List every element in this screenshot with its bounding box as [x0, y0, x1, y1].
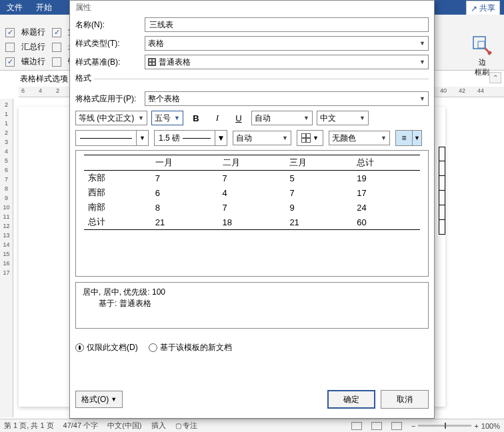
- style-base-label: 样式基准(B):: [75, 57, 145, 68]
- background-table-fragment: [439, 147, 445, 240]
- checkbox-last-col[interactable]: [52, 43, 61, 52]
- format-menu-button[interactable]: 格式(O) ▼: [75, 391, 123, 408]
- chevron-down-icon: ▼: [303, 115, 309, 121]
- checkbox-summary-row[interactable]: [5, 43, 15, 52]
- border-style-preview: [80, 138, 132, 139]
- view-web-icon[interactable]: [391, 422, 402, 430]
- chevron-down-icon: ▼: [359, 115, 365, 121]
- format-menu-label: 格式(O): [81, 394, 109, 405]
- chevron-down-icon: ▼: [111, 396, 117, 403]
- align-center-icon: ≡: [401, 133, 406, 143]
- status-words[interactable]: 47/47 个字: [63, 421, 99, 431]
- desc-line1: 居中, 居中, 优先级: 100: [83, 287, 421, 298]
- status-lang[interactable]: 中文(中国): [107, 421, 141, 431]
- border-weight-value: 1.5 磅: [159, 133, 180, 144]
- chevron-down-icon: ▼: [381, 135, 387, 141]
- view-print-icon[interactable]: [371, 422, 382, 430]
- borders-button[interactable]: ▼: [297, 130, 323, 146]
- shading-value: 无颜色: [332, 133, 356, 144]
- underline-button[interactable]: U: [230, 110, 247, 126]
- style-base-select[interactable]: 普通表格 ▼: [145, 55, 429, 69]
- dialog-section-cut: 属性: [75, 2, 429, 13]
- name-label: 名称(N):: [75, 19, 145, 31]
- chevron-down-icon: ▼: [413, 130, 422, 146]
- preview-table: 一月 二月 三月 总计 东部77519 西部64717 南部87924 总计21…: [84, 155, 420, 230]
- script-select[interactable]: 中文 ▼: [317, 111, 369, 125]
- chevron-down-icon: ▼: [138, 115, 144, 121]
- shading-select[interactable]: 无颜色 ▼: [329, 131, 390, 145]
- style-type-value: 表格: [148, 38, 164, 49]
- checkbox-first-col[interactable]: ✓: [52, 28, 61, 37]
- table-row: 东部77519: [84, 171, 420, 186]
- border-style-select[interactable]: ▼: [75, 130, 149, 146]
- apply-to-select[interactable]: 整个表格 ▼: [145, 91, 429, 106]
- status-bar: 第 1 页, 共 1 页 47/47 个字 中文(中国) 插入 ▢ 专注 − +…: [0, 419, 504, 432]
- zoom-out-icon[interactable]: −: [411, 422, 415, 430]
- radio-doc-only[interactable]: 仅限此文档(D): [75, 342, 138, 353]
- chevron-down-icon: ▼: [419, 40, 425, 47]
- style-description: 居中, 居中, 优先级: 100 基于: 普通表格: [75, 282, 429, 329]
- border-weight-select[interactable]: 1.5 磅 ▼: [154, 130, 227, 146]
- checkbox-banded-row[interactable]: ✓: [5, 57, 15, 67]
- radio-doc-only-label: 仅限此文档(D): [87, 342, 138, 353]
- radio-icon: [75, 343, 84, 352]
- border-toolbar: ▼ 1.5 磅 ▼ 自动 ▼ ▼ 无颜色 ▼: [75, 130, 429, 146]
- chevron-down-icon: ▼: [419, 95, 425, 102]
- checkbox-title-row-label: 标题行: [21, 27, 45, 38]
- view-read-icon[interactable]: [351, 422, 362, 430]
- cancel-button[interactable]: 取消: [381, 390, 429, 409]
- zoom-value[interactable]: 100%: [481, 422, 500, 430]
- chevron-down-icon: ▼: [215, 131, 227, 145]
- share-icon: ↗: [471, 4, 477, 13]
- table-style-icon: [148, 58, 156, 66]
- border-weight-preview: [183, 138, 211, 139]
- font-family-select[interactable]: 等线 (中文正文) ▼: [75, 111, 147, 125]
- table-row: 总计21182160: [84, 215, 420, 230]
- checkbox-title-row[interactable]: ✓: [5, 28, 15, 37]
- font-color-select[interactable]: 自动 ▼: [251, 111, 313, 125]
- border-painter-button[interactable]: 边 框刷: [468, 35, 496, 77]
- tab-home[interactable]: 开始: [29, 0, 59, 15]
- font-color-value: 自动: [255, 113, 271, 124]
- alignment-button[interactable]: ≡ ▼: [395, 130, 422, 146]
- apply-to-label: 将格式应用于(P):: [75, 93, 145, 105]
- zoom-slider[interactable]: − + 100%: [411, 422, 500, 430]
- chevron-down-icon: ▼: [174, 115, 180, 121]
- share-button[interactable]: ↗ 共享: [466, 1, 500, 16]
- share-label: 共享: [479, 3, 495, 14]
- radio-template[interactable]: 基于该模板的新文档: [149, 342, 232, 353]
- font-size-value: 五号: [155, 113, 171, 124]
- name-input[interactable]: [145, 17, 429, 32]
- chevron-down-icon: ▼: [136, 131, 148, 145]
- borders-icon: [301, 133, 311, 143]
- table-row: 西部64717: [84, 185, 420, 200]
- zoom-track[interactable]: [418, 425, 471, 427]
- border-color-value: 自动: [236, 133, 252, 144]
- chevron-down-icon: ▼: [282, 135, 288, 141]
- svg-rect-0: [473, 37, 485, 49]
- status-page[interactable]: 第 1 页, 共 1 页: [4, 421, 54, 431]
- checkbox-banded-row-label: 镶边行: [21, 56, 45, 67]
- font-size-select[interactable]: 五号 ▼: [151, 111, 183, 125]
- apply-to-value: 整个表格: [148, 93, 180, 105]
- ruler-vertical: 211234567891011121314151617: [0, 99, 13, 417]
- style-base-value: 普通表格: [159, 57, 191, 68]
- style-preview: 一月 二月 三月 总计 东部77519 西部64717 南部87924 总计21…: [75, 150, 429, 277]
- font-family-value: 等线 (中文正文): [79, 113, 134, 124]
- status-insert[interactable]: 插入: [151, 421, 166, 431]
- chevron-down-icon: ▼: [313, 135, 319, 141]
- radio-template-label: 基于该模板的新文档: [160, 342, 232, 353]
- style-type-label: 样式类型(T):: [75, 38, 145, 49]
- checkbox-banded-col[interactable]: [52, 57, 61, 67]
- bold-button[interactable]: B: [187, 110, 205, 126]
- ribbon-collapse-button[interactable]: ⌃: [489, 72, 501, 83]
- style-type-select[interactable]: 表格 ▼: [145, 36, 429, 51]
- border-color-select[interactable]: 自动 ▼: [233, 131, 291, 145]
- chevron-down-icon: ▼: [419, 59, 425, 65]
- status-track[interactable]: ▢ 专注: [175, 421, 198, 431]
- radio-icon: [149, 343, 157, 352]
- zoom-in-icon[interactable]: +: [474, 422, 478, 430]
- italic-button[interactable]: I: [209, 110, 226, 126]
- ok-button[interactable]: 确定: [327, 390, 375, 409]
- tab-file[interactable]: 文件: [0, 0, 29, 15]
